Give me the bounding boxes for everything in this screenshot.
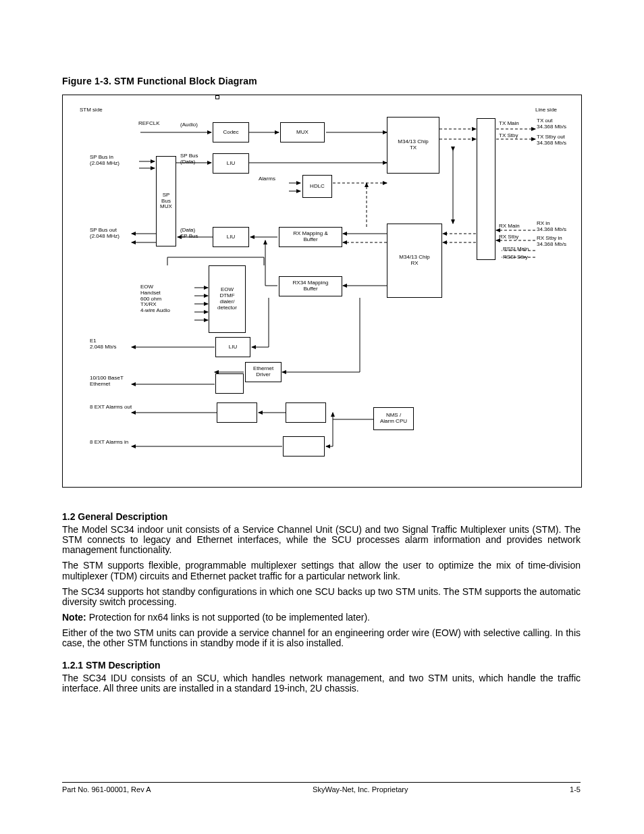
figure-title: Figure 1-3. STM Functional Block Diagram xyxy=(62,76,257,86)
label-rx-stby: RX Stby xyxy=(499,234,518,240)
label-ext-in: 8 EXT Alarms in xyxy=(90,440,128,446)
block-eth-driver-pre xyxy=(215,373,244,394)
block-liu-rx: LIU xyxy=(213,227,249,247)
para-stm-1: The SC34 IDU consists of an SCU, which h… xyxy=(62,673,581,694)
para-general-2: The STM supports flexible, programmable … xyxy=(62,561,581,581)
label-rx-in-stby: RX Stby in 34.368 Mb/s xyxy=(537,236,566,248)
block-eth-driver: Ethernet Driver xyxy=(245,362,281,382)
footer-right: 1-5 xyxy=(570,785,581,793)
para-general-4: Either of the two STM units can provide … xyxy=(62,628,581,648)
label-sp-out: SP Bus out (2.048 MHz) xyxy=(90,228,119,240)
block-rx34: RX34 Mapping Buffer xyxy=(279,276,342,296)
label-sp-audio: (Audio) xyxy=(180,122,198,128)
page-footer: Part No. 961-00001, Rev A SkyWay-Net, In… xyxy=(62,782,581,793)
label-tx-out-main: TX out 34.368 Mb/s xyxy=(537,118,566,130)
para-general-3: The SC34 supports hot standby configurat… xyxy=(62,587,581,607)
label-rssi-main: RSSI Main xyxy=(503,246,529,253)
label-e1-out: E1 2.048 Mb/s xyxy=(90,338,117,350)
heading-stm: 1.2.1 STM Description xyxy=(62,660,581,671)
label-ext-out: 8 EXT Alarms out xyxy=(90,405,132,411)
block-rx-map-buf: RX Mapping & Buffer xyxy=(279,227,342,247)
block-mchip-rx: M34/13 Chip RX xyxy=(387,224,442,298)
footer-left: Part No. 961-00001, Rev A xyxy=(62,785,151,793)
block-liu-e1: LIU xyxy=(215,337,250,357)
label-tx-sp: SP Bus (Data) xyxy=(180,153,198,165)
label-sp-in: SP Bus in (2.048 MHz) xyxy=(90,155,119,167)
block-liu-tx: LIU xyxy=(213,153,249,174)
block-alarm-out xyxy=(217,402,257,423)
block-alarm-in xyxy=(283,436,325,457)
block-spbus-mux: SP Bus MUX xyxy=(156,156,176,246)
block-alarm-mid xyxy=(286,402,326,423)
label-tx-out-stby: TX Stby out 34.368 Mb/s xyxy=(537,134,566,147)
block-eow: EOW DTMF dialer/ detector xyxy=(209,265,246,333)
label-eow-handset: EOW Handset 600 ohm TX/RX 4-wire Audio xyxy=(140,284,170,314)
heading-general: 1.2 General Description xyxy=(62,512,581,522)
label-alarms: Alarms xyxy=(259,176,275,182)
label-rx-sp: (Data) SP Bus xyxy=(180,228,198,240)
label-rssi-stby: RSSI Stby xyxy=(503,255,528,261)
label-rx-in-main: RX in 34.368 Mb/s xyxy=(537,221,566,233)
block-tx-rx-amps xyxy=(477,118,495,260)
block-hdlc: HDLC xyxy=(302,175,332,198)
label-eth-out: 10/100 BaseT Ethernet xyxy=(90,375,124,388)
label-refclk: REFCLK xyxy=(138,121,160,127)
label-tx-stby: TX Stby xyxy=(499,133,518,139)
body-text: 1.2 General Description The Model SC34 i… xyxy=(62,500,581,700)
label-line-side: Line side xyxy=(535,107,557,113)
block-mchip-tx: M34/13 Chip TX xyxy=(387,117,439,174)
footer-center: SkyWay-Net, Inc. Proprietary xyxy=(313,785,408,793)
label-stm-side: STM side xyxy=(80,107,103,113)
block-codec-tx: Codec xyxy=(213,122,249,142)
note: Note: Protection for nx64 links is not s… xyxy=(62,613,581,623)
figure-frame: Codec MUX M34/13 Chip TX SP Bus MUX LIU … xyxy=(62,95,582,488)
label-tx-main: TX Main xyxy=(499,121,519,127)
block-nms: NMS / Alarm CPU xyxy=(373,407,414,430)
block-mux: MUX xyxy=(280,122,325,142)
label-rx-main: RX Main xyxy=(499,224,520,230)
para-general-1: The Model SC34 indoor unit consists of a… xyxy=(62,525,581,555)
